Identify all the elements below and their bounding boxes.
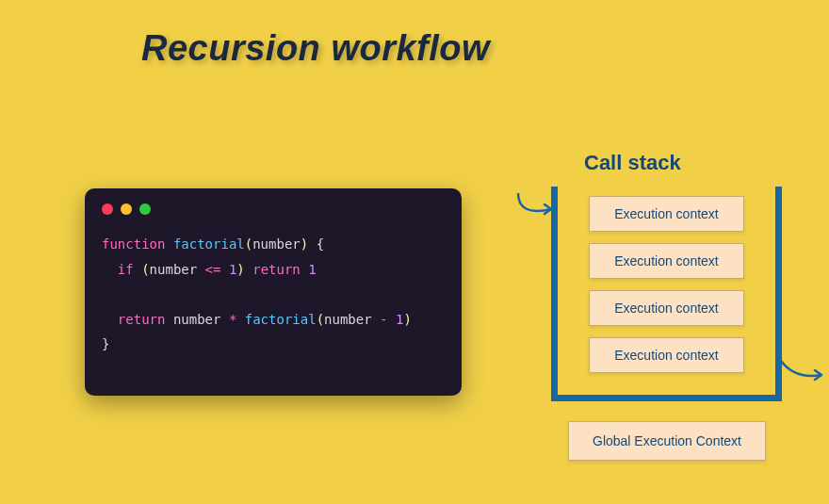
code-window: function factorial(number) { if (number … — [85, 188, 462, 396]
op-lte: <= — [205, 262, 221, 277]
execution-context: Execution context — [589, 290, 744, 326]
global-execution-context: Global Execution Context — [568, 421, 766, 461]
maximize-icon — [139, 203, 151, 215]
op-multiply: * — [229, 312, 236, 327]
literal-one: 1 — [308, 262, 316, 277]
keyword-return: return — [252, 262, 301, 277]
execution-context: Execution context — [589, 196, 744, 232]
close-icon — [102, 203, 113, 215]
arrow-out-icon — [776, 356, 829, 403]
function-name: factorial — [173, 236, 245, 252]
execution-context: Execution context — [589, 337, 744, 373]
stack-title: Call stack — [584, 151, 681, 175]
var-number: number — [173, 312, 221, 327]
keyword-if: if — [118, 262, 134, 277]
diagram-title: Recursion workflow — [141, 28, 490, 69]
op-minus: - — [380, 312, 387, 327]
arrow-in-icon — [513, 188, 570, 236]
window-controls — [102, 203, 445, 215]
keyword-function: function — [102, 236, 165, 252]
execution-context: Execution context — [589, 243, 744, 279]
minimize-icon — [121, 203, 132, 215]
var-number: number — [150, 262, 198, 277]
var-number: number — [324, 312, 372, 327]
param-number: number — [252, 236, 301, 252]
code-block: function factorial(number) { if (number … — [102, 232, 445, 357]
keyword-return: return — [118, 312, 166, 327]
call-stack: Execution context Execution context Exec… — [551, 187, 782, 401]
function-call: factorial — [245, 312, 317, 327]
